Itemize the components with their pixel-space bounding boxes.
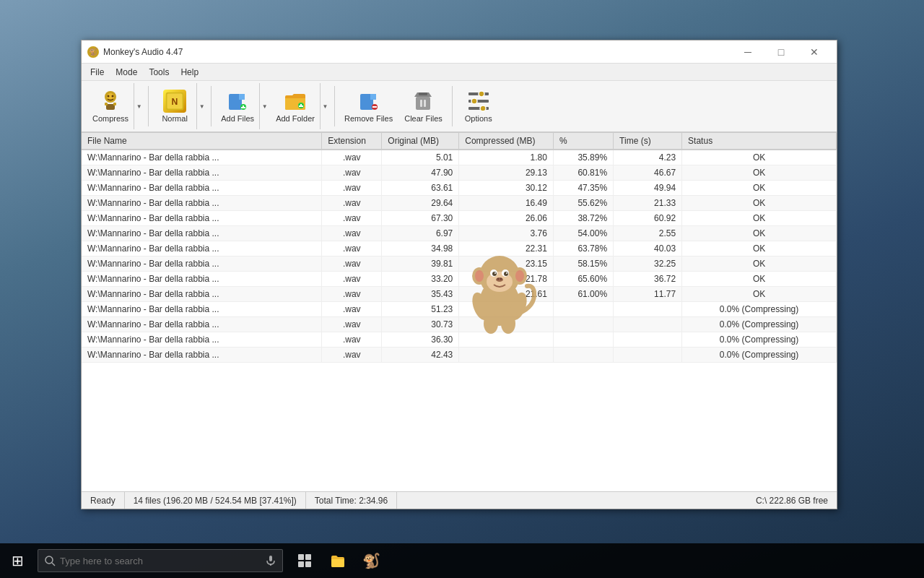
search-input[interactable]	[60, 556, 262, 566]
col-header-orig[interactable]: Original (MB)	[382, 133, 459, 150]
compress-dropdown-arrow[interactable]: ▼	[134, 83, 144, 129]
cell-pct: 60.81%	[553, 165, 613, 181]
svg-rect-60	[305, 554, 311, 560]
menu-help[interactable]: Help	[175, 66, 204, 79]
cell-ext: .wav	[322, 181, 382, 196]
cell-time: 46.67	[614, 165, 682, 181]
table-row[interactable]: W:\Mannarino - Bar della rabbia ... .wav…	[82, 196, 837, 211]
cell-orig: 35.43	[382, 287, 459, 302]
cell-pct	[553, 302, 613, 317]
svg-rect-6	[113, 103, 116, 105]
monkey-audio-taskbar[interactable]: 🐒	[355, 543, 387, 578]
table-row[interactable]: W:\Mannarino - Bar della rabbia ... .wav…	[82, 348, 837, 363]
cell-comp: 21.78	[459, 272, 554, 287]
normal-dropdown-arrow[interactable]: ▼	[196, 83, 206, 129]
file-explorer-button[interactable]	[322, 543, 354, 578]
cell-comp: 21.61	[459, 287, 554, 302]
col-header-ext[interactable]: Extension	[322, 133, 382, 150]
cell-status: OK	[682, 211, 837, 226]
table-row[interactable]: W:\Mannarino - Bar della rabbia ... .wav…	[82, 241, 837, 256]
remove-files-button[interactable]: Remove Files	[339, 83, 398, 129]
cell-comp: 26.06	[459, 211, 554, 226]
start-button[interactable]: ⊞	[0, 543, 35, 578]
sep1	[148, 86, 149, 126]
svg-rect-61	[298, 561, 304, 567]
table-row[interactable]: W:\Mannarino - Bar della rabbia ... .wav…	[82, 332, 837, 348]
cell-status: OK	[682, 256, 837, 272]
cell-pct: 65.60%	[553, 272, 613, 287]
search-icon	[44, 555, 56, 566]
cell-filename: W:\Mannarino - Bar della rabbia ...	[82, 241, 322, 256]
col-header-pct[interactable]: %	[553, 133, 613, 150]
table-row[interactable]: W:\Mannarino - Bar della rabbia ... .wav…	[82, 150, 837, 165]
minimize-button[interactable]: ─	[731, 40, 764, 64]
close-button[interactable]: ✕	[798, 40, 831, 64]
clear-files-button[interactable]: Clear Files	[399, 83, 448, 129]
status-files-info: 14 files (196.20 MB / 524.54 MB [37.41%]…	[125, 492, 306, 509]
col-header-comp[interactable]: Compressed (MB)	[459, 133, 554, 150]
table-row[interactable]: W:\Mannarino - Bar della rabbia ... .wav…	[82, 211, 837, 226]
cell-ext: .wav	[322, 211, 382, 226]
search-bar[interactable]	[38, 549, 283, 572]
task-view-button[interactable]	[289, 543, 321, 578]
cell-time	[614, 302, 682, 317]
add-folder-dropdown-arrow[interactable]: ▼	[320, 83, 330, 129]
cell-pct	[553, 348, 613, 363]
cell-status: OK	[682, 150, 837, 165]
add-files-button[interactable]: Add Files	[216, 83, 259, 129]
cell-time: 32.25	[614, 256, 682, 272]
table-row[interactable]: W:\Mannarino - Bar della rabbia ... .wav…	[82, 226, 837, 241]
cell-pct: 54.00%	[553, 226, 613, 241]
menu-mode[interactable]: Mode	[110, 66, 143, 79]
svg-rect-59	[298, 554, 304, 560]
cell-comp: 16.49	[459, 196, 554, 211]
cell-ext: .wav	[322, 241, 382, 256]
add-files-dropdown-arrow[interactable]: ▼	[259, 83, 269, 129]
cell-status: OK	[682, 241, 837, 256]
table-row[interactable]: W:\Mannarino - Bar della rabbia ... .wav…	[82, 256, 837, 272]
col-header-filename[interactable]: File Name	[82, 133, 322, 150]
table-row[interactable]: W:\Mannarino - Bar della rabbia ... .wav…	[82, 302, 837, 317]
toolbar: Compress ▼ N Normal ▼	[82, 81, 837, 133]
menu-file[interactable]: File	[84, 66, 110, 79]
cell-orig: 51.23	[382, 302, 459, 317]
cell-status: OK	[682, 272, 837, 287]
normal-button-group: N Normal ▼	[153, 83, 206, 129]
menubar: File Mode Tools Help	[82, 64, 837, 81]
menu-tools[interactable]: Tools	[143, 66, 175, 79]
table-row[interactable]: W:\Mannarino - Bar della rabbia ... .wav…	[82, 165, 837, 181]
cell-filename: W:\Mannarino - Bar della rabbia ...	[82, 302, 322, 317]
compress-button-group: Compress ▼	[87, 83, 144, 129]
cell-filename: W:\Mannarino - Bar della rabbia ...	[82, 348, 322, 363]
col-header-status[interactable]: Status	[682, 133, 837, 150]
table-row[interactable]: W:\Mannarino - Bar della rabbia ... .wav…	[82, 317, 837, 332]
cell-filename: W:\Mannarino - Bar della rabbia ...	[82, 287, 322, 302]
cell-ext: .wav	[322, 287, 382, 302]
cell-status: OK	[682, 287, 837, 302]
col-header-time[interactable]: Time (s)	[614, 133, 682, 150]
status-disk-free: C:\ 222.86 GB free	[397, 492, 837, 509]
svg-rect-21	[370, 94, 376, 100]
compress-button[interactable]: Compress	[87, 83, 134, 129]
cell-ext: .wav	[322, 272, 382, 287]
cell-filename: W:\Mannarino - Bar della rabbia ...	[82, 272, 322, 287]
table-row[interactable]: W:\Mannarino - Bar della rabbia ... .wav…	[82, 272, 837, 287]
options-button[interactable]: Options	[457, 83, 500, 129]
cell-ext: .wav	[322, 302, 382, 317]
cell-time: 60.92	[614, 211, 682, 226]
cell-filename: W:\Mannarino - Bar della rabbia ...	[82, 196, 322, 211]
table-row[interactable]: W:\Mannarino - Bar della rabbia ... .wav…	[82, 287, 837, 302]
table-row[interactable]: W:\Mannarino - Bar della rabbia ... .wav…	[82, 181, 837, 196]
normal-button[interactable]: N Normal	[153, 83, 196, 129]
cell-orig: 30.73	[382, 317, 459, 332]
sep4	[452, 86, 453, 126]
maximize-button[interactable]: □	[764, 40, 798, 64]
cell-status: OK	[682, 181, 837, 196]
svg-point-33	[471, 98, 477, 104]
cell-pct: 35.89%	[553, 150, 613, 165]
cell-comp: 22.31	[459, 241, 554, 256]
add-folder-button[interactable]: Add Folder	[271, 83, 320, 129]
cell-pct: 61.00%	[553, 287, 613, 302]
taskbar-app-icons: 🐒	[289, 543, 387, 578]
cell-comp	[459, 348, 554, 363]
